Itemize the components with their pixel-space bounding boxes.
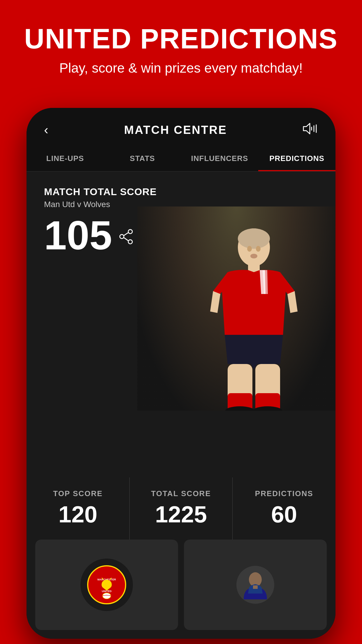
stat-total-score: TOTAL SCORE 1225 <box>130 477 233 540</box>
player-card[interactable] <box>184 540 327 630</box>
svg-line-7 <box>124 237 129 241</box>
share-icon[interactable] <box>118 229 134 248</box>
top-bar: ‹ MATCH CENTRE <box>27 108 335 146</box>
tab-stats[interactable]: STATS <box>104 146 181 171</box>
match-name: Man Utd v Wolves <box>44 200 318 209</box>
page-subtitle: Play, score & win prizes every matchday! <box>0 60 362 76</box>
man-utd-card[interactable]: MANCHESTER UNITED <box>35 540 178 630</box>
player-avatar-icon <box>235 564 276 605</box>
stat-predictions: PREDICTIONS 60 <box>233 477 335 540</box>
phone-outer: ‹ MATCH CENTRE LINE-UPS <box>27 108 335 639</box>
back-button[interactable]: ‹ <box>44 123 48 137</box>
content-area: MATCH TOTAL SCORE Man Utd v Wolves 105 <box>27 172 335 639</box>
svg-line-6 <box>124 232 129 236</box>
score-row: 105 <box>44 215 318 256</box>
header-section: UNITED PREDICTIONS Play, score & win pri… <box>0 0 362 93</box>
svg-point-4 <box>128 240 132 244</box>
bottom-cards: MANCHESTER UNITED <box>27 540 335 639</box>
tab-predictions[interactable]: PREDICTIONS <box>258 146 335 171</box>
svg-point-23 <box>103 593 111 599</box>
phone-screen: ‹ MATCH CENTRE LINE-UPS <box>27 108 335 639</box>
svg-point-5 <box>120 235 124 239</box>
tab-lineups[interactable]: LINE-UPS <box>27 146 104 171</box>
screen-title: MATCH CENTRE <box>124 123 227 136</box>
svg-point-3 <box>128 230 132 234</box>
phone-mockup: ‹ MATCH CENTRE LINE-UPS <box>27 108 335 639</box>
svg-rect-26 <box>253 585 258 589</box>
page-background: UNITED PREDICTIONS Play, score & win pri… <box>0 0 362 644</box>
volume-icon[interactable] <box>303 123 318 137</box>
man-utd-badge-icon: MANCHESTER UNITED <box>86 564 127 605</box>
match-total-label: MATCH TOTAL SCORE <box>44 186 318 197</box>
stats-row: TOP SCORE 120 TOTAL SCORE 1225 PREDICTIO… <box>27 477 335 540</box>
big-score: 105 <box>44 215 112 256</box>
tab-influencers[interactable]: INFLUENCERS <box>181 146 258 171</box>
tab-navigation: LINE-UPS STATS INFLUENCERS PREDICTIONS <box>27 146 335 172</box>
score-section: MATCH TOTAL SCORE Man Utd v Wolves 105 <box>27 172 335 265</box>
page-title: UNITED PREDICTIONS <box>0 23 362 54</box>
stat-top-score: TOP SCORE 120 <box>27 477 130 540</box>
